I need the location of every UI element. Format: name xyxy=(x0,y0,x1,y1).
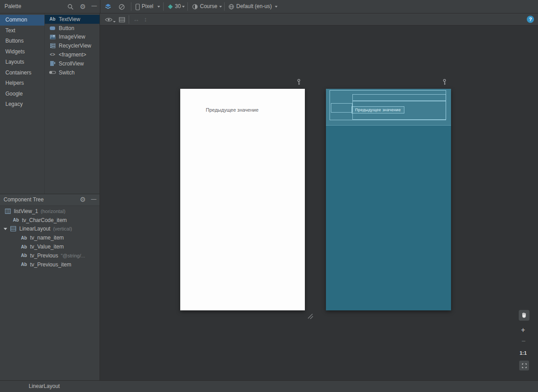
palette-item-recyclerview[interactable]: RecyclerView xyxy=(45,41,100,50)
button-icon xyxy=(48,26,56,30)
chevron-down-icon xyxy=(219,6,222,8)
fragment-icon: <> xyxy=(48,52,56,57)
component-tree-list: listView_1 (horizontal) Ab tv_CharCode_i… xyxy=(0,206,100,269)
tree-row-previous[interactable]: Ab tv_Previous "@string/... xyxy=(0,251,100,260)
textview-icon: Ab xyxy=(21,244,27,249)
theme-icon xyxy=(192,4,198,11)
zoom-ratio-button[interactable]: 1:1 xyxy=(520,350,527,356)
design-key-icon[interactable] xyxy=(296,79,302,85)
palette-category-layouts[interactable]: Layouts xyxy=(0,57,44,68)
scrollview-icon xyxy=(48,61,56,66)
locale-selector[interactable]: Default (en-us) xyxy=(236,0,272,13)
panel-divider xyxy=(100,0,100,13)
component-tree-header: Component Tree ⚙ — xyxy=(0,194,100,206)
view-options-eye-icon[interactable] xyxy=(105,17,113,24)
expander-icon[interactable] xyxy=(4,228,7,230)
palette-panel: Common Text Buttons Widgets Layouts Cont… xyxy=(0,13,100,194)
top-toolbar: Palette ⚙ — Pixel 30 Course xyxy=(0,0,538,13)
toolbar-separator xyxy=(163,2,164,11)
locale-globe-icon xyxy=(228,4,234,11)
horizontal-constraint-arrow-icon[interactable]: ↔ xyxy=(133,13,139,25)
textview-icon: Ab xyxy=(48,17,56,22)
palette-item-imageview[interactable]: ImageView xyxy=(45,33,100,42)
textview-icon: Ab xyxy=(21,262,27,267)
blueprint-key-icon[interactable] xyxy=(442,79,447,85)
linearlayout-icon xyxy=(10,226,17,231)
chevron-down-icon xyxy=(113,21,116,22)
palette-category-widgets[interactable]: Widgets xyxy=(0,47,44,57)
chevron-down-icon xyxy=(157,6,160,8)
status-selected-component: LinearLayout xyxy=(29,381,60,392)
layers-icon[interactable] xyxy=(104,3,112,12)
clear-overlay-icon[interactable] xyxy=(118,4,125,12)
palette-component-list: Ab TextView Button ImageView RecyclerVi xyxy=(45,13,100,194)
blueprint-view-screen[interactable]: Предыдущее значение xyxy=(326,89,451,310)
api-level-icon xyxy=(167,4,174,11)
toolbar-separator xyxy=(224,2,225,11)
tree-row-listview[interactable]: listView_1 (horizontal) xyxy=(0,207,100,216)
toolbar-separator xyxy=(129,15,129,24)
palette-category-helpers[interactable]: Helpers xyxy=(0,78,44,89)
search-icon[interactable] xyxy=(67,4,74,11)
pan-hand-button[interactable] xyxy=(519,310,529,321)
palette-category-common[interactable]: Common xyxy=(0,15,44,26)
tree-gear-icon[interactable]: ⚙ xyxy=(80,193,86,206)
status-bar: LinearLayout xyxy=(0,380,538,392)
palette-gear-icon[interactable]: ⚙ xyxy=(80,0,86,13)
palette-category-text[interactable]: Text xyxy=(0,26,44,36)
hand-icon xyxy=(521,312,527,318)
recyclerview-icon xyxy=(48,43,56,48)
design-view-screen[interactable]: Предыдущее значение xyxy=(180,89,305,310)
palette-categories: Common Text Buttons Widgets Layouts Cont… xyxy=(0,13,45,194)
tree-row-previous-item[interactable]: Ab tv_Previous_item xyxy=(0,260,100,269)
tree-row-linearlayout[interactable]: LinearLayout (vertical) xyxy=(0,225,100,234)
chevron-down-icon xyxy=(182,6,185,8)
vertical-constraint-arrow-icon[interactable]: ↕ xyxy=(144,13,147,25)
device-selector[interactable]: Pixel xyxy=(142,0,153,13)
palette-minimize-icon[interactable]: — xyxy=(91,0,97,12)
design-surface-toolbar: ↔ ↕ ? xyxy=(100,13,538,26)
palette-item-fragment[interactable]: <> <fragment> xyxy=(45,50,100,59)
listview-icon xyxy=(4,209,11,214)
imageview-icon xyxy=(48,35,56,39)
device-phone-icon xyxy=(135,4,140,12)
palette-category-legacy[interactable]: Legacy xyxy=(0,99,44,110)
toolbar-separator xyxy=(131,2,131,11)
palette-item-scrollview[interactable]: ScrollView xyxy=(45,59,100,68)
fit-screen-icon xyxy=(522,363,527,368)
api-level-selector[interactable]: 30 xyxy=(175,0,181,13)
wireframe-row-bounds[interactable] xyxy=(352,94,446,101)
palette-category-google[interactable]: Google xyxy=(0,89,44,100)
palette-panel-title: Palette xyxy=(4,0,21,13)
switch-icon xyxy=(48,70,56,74)
palette-category-buttons[interactable]: Buttons xyxy=(0,36,44,47)
zoom-in-button[interactable]: + xyxy=(521,326,525,334)
component-tree-title: Component Tree xyxy=(4,194,43,205)
textview-icon: Ab xyxy=(21,235,27,240)
tree-row-value-item[interactable]: Ab tv_Value_item xyxy=(0,242,100,251)
textview-previous-value[interactable]: Предыдущее значение xyxy=(206,107,259,113)
palette-item-textview[interactable]: Ab TextView xyxy=(45,15,100,24)
textview-icon: Ab xyxy=(13,218,19,222)
zoom-to-fit-button[interactable] xyxy=(519,361,529,370)
tree-row-name-item[interactable]: Ab tv_name_item xyxy=(0,233,100,242)
wireframe-charcode-bounds[interactable] xyxy=(331,103,352,113)
canvas-resize-handle[interactable] xyxy=(307,313,314,321)
component-tree-panel: Component Tree ⚙ — listView_1 (horizonta… xyxy=(0,194,100,380)
wireframe-previous-textview[interactable]: Предыдущее значение xyxy=(351,106,404,113)
android-studio-layout-editor: Palette ⚙ — Pixel 30 Course xyxy=(0,0,538,392)
toolbar-separator xyxy=(187,2,188,11)
theme-selector[interactable]: Course xyxy=(200,0,217,13)
zoom-out-button[interactable]: − xyxy=(521,337,525,345)
tree-row-charcode[interactable]: Ab tv_CharCode_item xyxy=(0,216,100,225)
tree-minimize-icon[interactable]: — xyxy=(91,193,96,205)
palette-category-containers[interactable]: Containers xyxy=(0,68,44,78)
palette-item-switch[interactable]: Switch xyxy=(45,68,100,77)
textview-icon: Ab xyxy=(21,253,27,258)
chevron-down-icon xyxy=(275,6,278,8)
palette-item-button[interactable]: Button xyxy=(45,24,100,33)
help-button[interactable]: ? xyxy=(527,16,534,23)
view-mode-table-icon[interactable] xyxy=(119,17,125,24)
